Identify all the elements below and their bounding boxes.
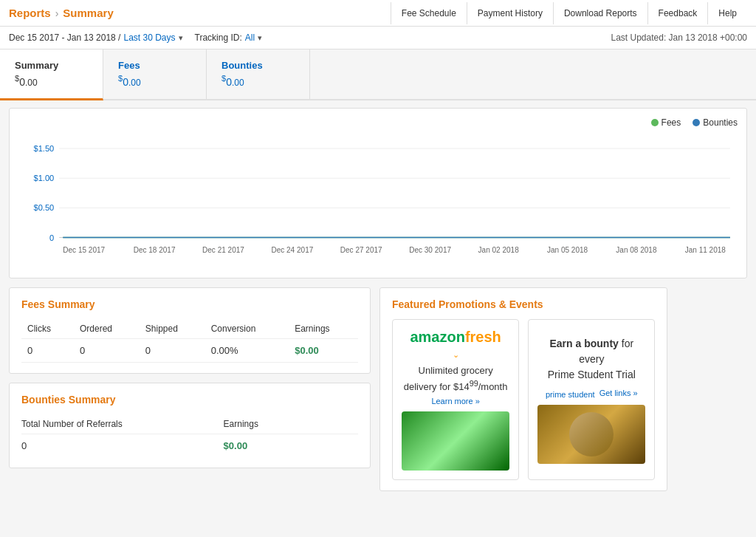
sub-header: Dec 15 2017 - Jan 13 2018 / Last 30 Days… <box>0 27 756 49</box>
bottom-row: Fees Summary Clicks Ordered Shipped Conv… <box>9 287 747 491</box>
card-bounties-title: Bounties <box>221 60 295 71</box>
svg-text:Dec 18 2017: Dec 18 2017 <box>134 245 176 253</box>
chart-legend: Fees Bounties <box>18 117 738 128</box>
amazonfresh-image <box>402 411 509 471</box>
left-panels: Fees Summary Clicks Ordered Shipped Conv… <box>9 287 371 491</box>
featured-title: Featured Promotions & Events <box>392 298 655 310</box>
col-referrals: Total Number of Referrals <box>21 414 224 434</box>
prime-logo: prime student <box>546 390 595 399</box>
col-conversion: Conversion <box>205 319 289 339</box>
chart-svg: $1.50 $1.00 $0.50 0 Dec 15 2017 Dec 18 2… <box>18 134 738 267</box>
card-fees-value: $0.00 <box>118 74 191 88</box>
tracking-value[interactable]: All <box>245 33 255 43</box>
svg-text:Dec 15 2017: Dec 15 2017 <box>63 245 105 253</box>
breadcrumb-summary: Summary <box>63 7 113 19</box>
main-content: Fees Bounties $1.50 $1.00 $0.50 0 <box>0 100 756 499</box>
val-shipped: 0 <box>140 339 205 363</box>
svg-text:$1.50: $1.50 <box>34 144 55 153</box>
tracking-dropdown-icon[interactable]: ▾ <box>258 33 262 43</box>
legend-fees-label: Fees <box>662 117 681 128</box>
nav-help[interactable]: Help <box>707 2 747 24</box>
col-shipped: Shipped <box>140 319 205 339</box>
fees-table-row: 0 0 0 0.00% $0.00 <box>21 339 358 363</box>
svg-text:Dec 27 2017: Dec 27 2017 <box>340 245 382 253</box>
legend-fees: Fees <box>651 117 681 128</box>
promo-cards: amazonfresh ⌄ Unlimited grocerydelivery … <box>392 319 655 480</box>
date-dropdown-icon[interactable]: ▾ <box>179 33 183 43</box>
card-fees-title: Fees <box>118 60 191 71</box>
prime-student-footer: prime student Get links » <box>546 387 638 399</box>
date-range-text: Dec 15 2017 - Jan 13 2018 / <box>9 33 120 43</box>
legend-bounties: Bounties <box>693 117 738 128</box>
tracking-label: Tracking ID: <box>195 33 242 43</box>
card-summary-value: $0.00 <box>15 74 88 88</box>
val-earnings: $0.00 <box>289 339 358 363</box>
legend-bounties-label: Bounties <box>703 117 738 128</box>
val-ordered: 0 <box>74 339 140 363</box>
svg-text:Dec 24 2017: Dec 24 2017 <box>271 245 313 253</box>
bounties-dot <box>693 119 700 126</box>
col-ordered: Ordered <box>74 319 140 339</box>
svg-text:Jan 08 2018: Jan 08 2018 <box>616 245 657 253</box>
nav-links: Fee Schedule Payment History Download Re… <box>391 2 747 24</box>
svg-text:0: 0 <box>49 233 54 242</box>
last-updated: Last Updated: Jan 13 2018 +00:00 <box>611 33 747 43</box>
svg-text:$0.50: $0.50 <box>34 203 55 212</box>
bounties-table-row: 0 $0.00 <box>21 434 358 458</box>
bounties-summary-title: Bounties Summary <box>21 394 358 406</box>
chart-section: Fees Bounties $1.50 $1.00 $0.50 0 <box>9 108 747 279</box>
col-earnings: Earnings <box>289 319 358 339</box>
breadcrumb-reports[interactable]: Reports <box>9 7 51 19</box>
col-clicks: Clicks <box>21 319 74 339</box>
card-fees[interactable]: Fees $0.00 <box>103 49 207 99</box>
nav-feedback[interactable]: Feedback <box>647 2 708 24</box>
svg-text:Jan 11 2018: Jan 11 2018 <box>685 245 726 253</box>
fees-summary-panel: Fees Summary Clicks Ordered Shipped Conv… <box>9 287 371 374</box>
card-bounties-value: $0.00 <box>221 74 295 88</box>
card-summary-title: Summary <box>15 60 88 71</box>
card-bounties[interactable]: Bounties $0.00 <box>207 49 310 99</box>
bounties-summary-panel: Bounties Summary Total Number of Referra… <box>9 383 371 468</box>
val-conversion: 0.00% <box>205 339 289 363</box>
top-nav: Reports › Summary Fee Schedule Payment H… <box>0 0 756 27</box>
date-range: Dec 15 2017 - Jan 13 2018 / Last 30 Days… <box>9 33 262 43</box>
breadcrumb-separator: › <box>55 7 59 19</box>
svg-text:Jan 02 2018: Jan 02 2018 <box>478 245 520 253</box>
svg-text:Dec 30 2017: Dec 30 2017 <box>409 245 451 253</box>
bounties-table: Total Number of Referrals Earnings 0 $0.… <box>21 414 358 457</box>
card-summary[interactable]: Summary $0.00 <box>0 49 103 100</box>
amazonfresh-text: Unlimited grocerydelivery for $1499/mont… <box>404 364 508 394</box>
amazonfresh-logo: amazonfresh <box>410 329 501 346</box>
val-bounties-earnings: $0.00 <box>224 434 358 458</box>
promo-card-prime-student[interactable]: Earn a bounty for everyPrime Student Tri… <box>528 319 655 480</box>
fees-summary-title: Fees Summary <box>21 298 358 310</box>
svg-text:$1.00: $1.00 <box>34 174 55 182</box>
val-clicks: 0 <box>21 339 74 363</box>
amazonfresh-cta[interactable]: Learn more » <box>431 397 479 406</box>
fees-dot <box>651 119 659 126</box>
prime-student-cta[interactable]: Get links » <box>599 389 638 397</box>
prime-student-text: Earn a bounty for everyPrime Student Tri… <box>537 336 645 383</box>
nav-fee-schedule[interactable]: Fee Schedule <box>391 2 467 24</box>
chart-container: $1.50 $1.00 $0.50 0 Dec 15 2017 Dec 18 2… <box>18 134 738 270</box>
svg-text:Dec 21 2017: Dec 21 2017 <box>202 245 244 253</box>
promo-card-amazonfresh[interactable]: amazonfresh ⌄ Unlimited grocerydelivery … <box>392 319 519 480</box>
fees-table: Clicks Ordered Shipped Conversion Earnin… <box>21 319 358 363</box>
prime-student-image <box>537 405 645 464</box>
cards-row: Summary $0.00 Fees $0.00 Bounties $0.00 <box>0 49 756 100</box>
featured-promotions-panel: Featured Promotions & Events amazonfresh… <box>379 287 667 491</box>
col-bounties-earnings: Earnings <box>224 414 358 434</box>
val-referrals: 0 <box>21 434 224 458</box>
nav-payment-history[interactable]: Payment History <box>467 2 553 24</box>
amazonfresh-smile: ⌄ <box>453 350 459 360</box>
breadcrumb: Reports › Summary <box>9 7 391 19</box>
last30-link[interactable]: Last 30 Days <box>123 33 175 43</box>
svg-text:Jan 05 2018: Jan 05 2018 <box>547 245 588 253</box>
nav-download-reports[interactable]: Download Reports <box>553 2 647 24</box>
